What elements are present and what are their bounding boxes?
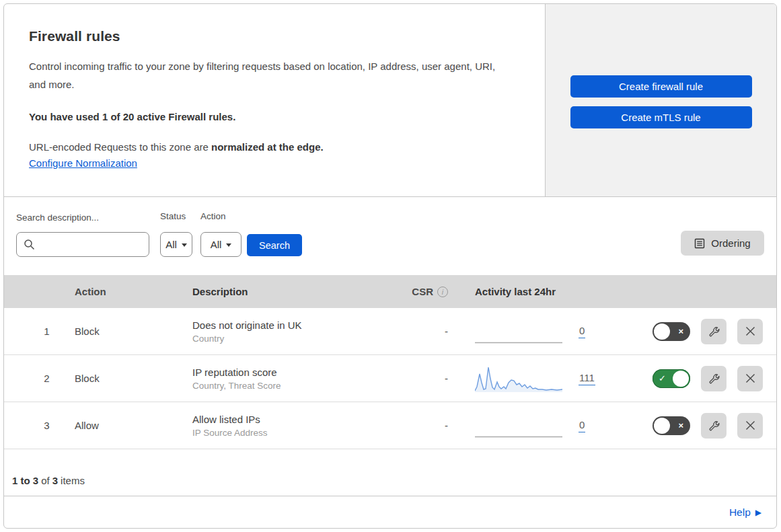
rule-description: Allow listed IPs <box>192 414 387 425</box>
activity-sparkline <box>475 318 562 345</box>
normalization-note-bold: normalized at the edge. <box>211 141 324 153</box>
edit-rule-button[interactable] <box>701 413 727 439</box>
create-firewall-rule-button[interactable]: Create firewall rule <box>570 75 752 98</box>
rule-enabled-toggle[interactable]: × ✓ <box>653 322 690 341</box>
close-icon <box>745 326 756 337</box>
filter-bar: Search description... Status All Action … <box>4 197 776 275</box>
rule-priority: 1 <box>4 326 75 337</box>
status-filter-dropdown[interactable]: All <box>160 232 192 257</box>
search-field-label: Search description... <box>16 213 99 223</box>
search-input[interactable] <box>16 232 149 257</box>
action-filter-dropdown[interactable]: All <box>200 232 241 257</box>
column-header-action: Action <box>75 286 192 297</box>
toggle-knob <box>654 418 670 434</box>
help-arrow-icon: ▶ <box>755 508 761 517</box>
activity-sparkline <box>475 412 562 439</box>
wrench-icon <box>708 420 720 432</box>
edit-rule-button[interactable] <box>701 319 727 344</box>
rule-description-cell: Does not originate in UK Country <box>192 319 387 344</box>
rule-controls: × ✓ <box>609 413 776 439</box>
column-header-description: Description <box>192 286 387 297</box>
rule-enabled-toggle[interactable]: × ✓ <box>653 369 690 388</box>
rule-priority: 2 <box>4 373 75 384</box>
status-filter-label: Status <box>160 211 186 221</box>
close-icon <box>745 420 756 431</box>
rule-csr-value: - <box>387 420 455 431</box>
wrench-icon <box>708 373 720 385</box>
search-box <box>16 232 149 257</box>
help-link[interactable]: Help ▶ <box>729 506 761 519</box>
help-bar: Help ▶ <box>4 496 776 528</box>
normalization-note: URL-encoded Requests to this zone are no… <box>29 141 518 153</box>
table-header-row: Action Description CSR i Activity last 2… <box>4 275 776 308</box>
wrench-icon <box>708 326 720 338</box>
rule-enabled-toggle[interactable]: × ✓ <box>653 416 690 435</box>
chevron-down-icon <box>226 243 231 247</box>
toggle-knob <box>673 371 689 387</box>
info-icon[interactable]: i <box>437 287 448 297</box>
rule-criteria: Country, Threat Score <box>192 381 387 391</box>
rule-controls: × ✓ <box>609 319 776 344</box>
rule-csr-value: - <box>387 326 455 337</box>
rule-action: Allow <box>75 420 192 431</box>
action-filter-value: All <box>211 239 222 250</box>
toggle-off-icon: × <box>678 322 683 341</box>
page-title: Firewall rules <box>29 28 518 44</box>
header-text-area: Firewall rules Control incoming traffic … <box>4 4 546 196</box>
edit-rule-button[interactable] <box>701 366 727 391</box>
rule-activity-cell: 0 <box>455 412 609 439</box>
column-header-activity: Activity last 24hr <box>455 286 609 297</box>
toggle-knob <box>654 324 670 340</box>
rule-controls: × ✓ <box>609 366 776 391</box>
toggle-off-icon: × <box>678 416 683 435</box>
table-row: 3 Allow Allow listed IPs IP Source Addre… <box>4 402 776 449</box>
configure-normalization-link[interactable]: Configure Normalization <box>29 157 137 169</box>
help-link-label: Help <box>729 506 751 519</box>
pagination-total: 3 <box>52 475 58 486</box>
table-pagination-summary: 1 to 3 of 3 items <box>4 449 776 496</box>
rule-description: IP reputation score <box>192 367 387 378</box>
table-row: 1 Block Does not originate in UK Country… <box>4 308 776 355</box>
table-row: 2 Block IP reputation score Country, Thr… <box>4 355 776 402</box>
normalization-note-text: URL-encoded Requests to this zone are <box>29 141 211 153</box>
csr-header-label: CSR <box>412 286 433 297</box>
rule-action: Block <box>75 326 192 337</box>
rule-activity-cell: 0 <box>455 318 609 345</box>
pagination-items: items <box>61 475 85 486</box>
ordering-button[interactable]: Ordering <box>681 231 764 256</box>
rule-activity-cell: 111 <box>455 365 609 392</box>
rule-criteria: IP Source Address <box>192 428 387 438</box>
header-section: Firewall rules Control incoming traffic … <box>4 4 776 197</box>
activity-count-link[interactable]: 111 <box>579 372 595 385</box>
column-header-csr: CSR i <box>387 286 455 297</box>
rule-criteria: Country <box>192 334 387 344</box>
pagination-of: of <box>41 475 50 486</box>
search-button[interactable]: Search <box>247 234 302 256</box>
status-filter-value: All <box>165 239 177 250</box>
ordering-button-label: Ordering <box>711 237 750 249</box>
firewall-rules-page: Firewall rules Control incoming traffic … <box>0 0 781 532</box>
rule-description: Does not originate in UK <box>192 319 387 331</box>
create-mtls-rule-button[interactable]: Create mTLS rule <box>570 106 752 128</box>
chevron-down-icon <box>182 243 187 247</box>
delete-rule-button[interactable] <box>737 366 763 391</box>
rule-action: Block <box>75 373 192 384</box>
rule-description-cell: Allow listed IPs IP Source Address <box>192 414 387 438</box>
pagination-range: 1 to 3 <box>12 475 38 486</box>
firewall-rules-card: Firewall rules Control incoming traffic … <box>3 3 777 529</box>
page-description: Control incoming traffic to your zone by… <box>29 57 500 93</box>
usage-summary: You have used 1 of 20 active Firewall ru… <box>29 111 518 122</box>
delete-rule-button[interactable] <box>737 319 763 344</box>
rule-description-cell: IP reputation score Country, Threat Scor… <box>192 367 387 391</box>
delete-rule-button[interactable] <box>737 413 763 439</box>
activity-count-link[interactable]: 0 <box>579 419 585 432</box>
close-icon <box>745 373 756 384</box>
list-document-icon <box>694 238 705 249</box>
rule-csr-value: - <box>387 373 455 384</box>
action-filter-label: Action <box>200 211 226 221</box>
rule-priority: 3 <box>4 420 75 431</box>
activity-count-link[interactable]: 0 <box>579 325 585 338</box>
header-actions-panel: Create firewall rule Create mTLS rule <box>546 4 776 196</box>
activity-sparkline <box>475 365 562 392</box>
toggle-on-icon: ✓ <box>659 369 666 388</box>
